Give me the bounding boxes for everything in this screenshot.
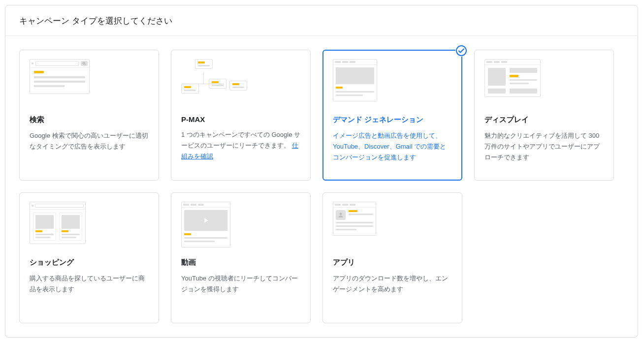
campaign-card-app[interactable]: アプリ アプリのダウンロード数を増やし、エンゲージメントを高めます: [322, 192, 462, 323]
campaign-card-search[interactable]: 検索 Google 検索で関心の高いユーザーに適切なタイミングで広告を表示します: [19, 50, 159, 181]
card-title: 検索: [30, 115, 149, 124]
svg-point-3: [340, 213, 342, 215]
demand-gen-illustration: [333, 59, 452, 106]
panel-title: キャンペーン タイプを選択してください: [19, 15, 624, 27]
app-illustration: [333, 202, 452, 249]
selected-check-icon: [455, 45, 467, 57]
svg-point-0: [83, 62, 85, 64]
campaign-type-panel: キャンペーン タイプを選択してください: [5, 5, 638, 338]
card-title: ショッピング: [30, 258, 149, 267]
campaign-type-grid: 検索 Google 検索で関心の高いユーザーに適切なタイミングで広告を表示します: [5, 36, 638, 337]
shopping-illustration: [30, 202, 149, 249]
panel-header: キャンペーン タイプを選択してください: [5, 5, 638, 36]
card-description: Google 検索で関心の高いユーザーに適切なタイミングで広告を表示します: [30, 130, 149, 152]
search-illustration: [30, 59, 149, 106]
svg-line-1: [85, 64, 86, 65]
campaign-card-display[interactable]: ディスプレイ 魅力的なクリエイティブを活用して 300 万件のサイトやアプリでユ…: [474, 50, 614, 181]
pmax-illustration: [181, 59, 300, 106]
card-title: P-MAX: [181, 115, 300, 124]
card-desc-text: 1 つのキャンペーンですべての Google サービスのユーザーにリーチできます…: [181, 131, 300, 149]
card-description: 1 つのキャンペーンですべての Google サービスのユーザーにリーチできます…: [181, 129, 300, 162]
play-icon: [202, 216, 210, 224]
card-description: 購入する商品を探しているユーザーに商品を表示します: [30, 273, 149, 295]
campaign-card-pmax[interactable]: P-MAX 1 つのキャンペーンですべての Google サービスのユーザーにリ…: [171, 50, 311, 181]
campaign-card-shopping[interactable]: ショッピング 購入する商品を探しているユーザーに商品を表示します: [19, 192, 159, 323]
card-description: イメージ広告と動画広告を使用して、YouTube、Discover、Gmail …: [333, 130, 452, 163]
display-illustration: [484, 59, 604, 106]
card-title: アプリ: [333, 258, 452, 267]
video-illustration: [181, 202, 300, 249]
person-icon: [336, 210, 346, 220]
card-description: アプリのダウンロード数を増やし、エンゲージメントを高めます: [333, 273, 452, 295]
card-description: 魅力的なクリエイティブを活用して 300 万件のサイトやアプリでユーザーにアプロ…: [484, 130, 604, 163]
card-description: YouTube の視聴者にリーチしてコンバージョンを獲得します: [181, 273, 300, 295]
card-title: 動画: [181, 258, 300, 267]
card-title: デマンド ジェネレーション: [333, 115, 452, 124]
campaign-card-demand-gen[interactable]: デマンド ジェネレーション イメージ広告と動画広告を使用して、YouTube、D…: [322, 50, 462, 181]
campaign-card-video[interactable]: 動画 YouTube の視聴者にリーチしてコンバージョンを獲得します: [171, 192, 311, 323]
card-title: ディスプレイ: [484, 115, 604, 124]
